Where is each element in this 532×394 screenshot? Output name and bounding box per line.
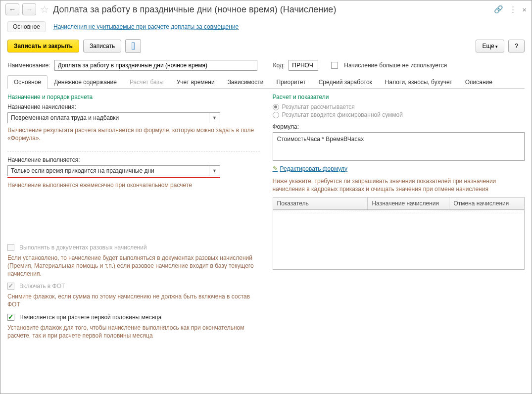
half-row: Начисляется при расчете первой половины … xyxy=(7,314,260,321)
tab-priority[interactable]: Приоритет xyxy=(270,75,312,89)
edit-formula-link[interactable]: ✎ Редактировать формулу xyxy=(273,165,348,172)
left-column: Назначение и порядок расчета Назначение … xyxy=(7,94,260,340)
fot-label: Включать в ФОТ xyxy=(19,283,65,290)
chevron-down-icon[interactable]: ▼ xyxy=(209,166,220,176)
half-help: Установите флажок для того, чтобы начисл… xyxy=(7,324,260,340)
perform-highlight: Только если время приходится на празднич… xyxy=(7,165,220,178)
half-checkbox[interactable] xyxy=(7,314,14,321)
tab-deps[interactable]: Зависимости xyxy=(221,75,270,89)
grid-hint: Ниже укажите, требуется ли запрашивать з… xyxy=(273,177,525,193)
close-icon[interactable]: × xyxy=(522,5,527,14)
radio-calc: Результат рассчитывается xyxy=(273,103,525,110)
not-used-label: Начисление больше не используется xyxy=(344,62,447,69)
code-input[interactable] xyxy=(289,60,318,71)
purpose-help: Вычисление результата расчета выполняетс… xyxy=(7,126,260,142)
forward-button[interactable]: → xyxy=(22,3,36,15)
content: Назначение и порядок расчета Назначение … xyxy=(0,89,532,345)
tab-avg[interactable]: Средний заработок xyxy=(312,75,379,89)
save-button[interactable]: Записать xyxy=(83,40,121,52)
tab-base[interactable]: Расчет базы xyxy=(123,75,170,89)
razov-checkbox xyxy=(7,244,14,251)
formula-box[interactable]: СтоимостьЧаса * ВремяВЧасах xyxy=(273,132,525,161)
topnav-link[interactable]: Начисления не учитываемые при расчете до… xyxy=(53,23,239,30)
edit-formula-label: Редактировать формулу xyxy=(280,165,348,172)
razov-help: Если установлено, то начисление будет вы… xyxy=(7,254,260,278)
razov-label: Выполнять в документах разовых начислени… xyxy=(19,244,147,251)
perform-value: Только если время приходится на празднич… xyxy=(8,166,209,176)
fot-help: Снимите флажок, если сумма по этому начи… xyxy=(7,293,260,308)
chevron-down-icon[interactable]: ▼ xyxy=(209,113,220,123)
kebab-icon[interactable]: ⋮ xyxy=(509,5,516,14)
tab-money[interactable]: Денежное содержание xyxy=(48,75,123,89)
link-icon[interactable]: 🔗 xyxy=(494,5,503,14)
name-label: Наименование: xyxy=(7,62,50,69)
col-purpose[interactable]: Назначение начисления xyxy=(368,197,449,209)
window: ← → ☆ Доплата за работу в праздничные дн… xyxy=(0,0,532,394)
radio-icon xyxy=(273,112,279,118)
tab-tax[interactable]: Налоги, взносы, бухучет xyxy=(379,75,459,89)
divider xyxy=(7,151,260,151)
window-title: Доплата за работу в праздничные дни (ноч… xyxy=(53,4,491,15)
pencil-icon: ✎ xyxy=(273,165,278,172)
topnav-main[interactable]: Основное xyxy=(7,21,46,32)
tab-main[interactable]: Основное xyxy=(7,75,48,89)
save-close-button[interactable]: Записать и закрыть xyxy=(7,40,79,52)
fot-checkbox xyxy=(7,283,14,290)
col-indicator[interactable]: Показатель xyxy=(273,197,368,209)
document-icon xyxy=(132,42,135,50)
perform-select[interactable]: Только если время приходится на празднич… xyxy=(7,165,220,176)
grid-body[interactable] xyxy=(273,210,525,269)
perform-help: Начисление выполняется ежемесячно при ок… xyxy=(7,181,260,189)
code-label: Код: xyxy=(273,62,285,69)
radio-icon xyxy=(273,104,279,110)
radio-fixed: Результат вводится фиксированной суммой xyxy=(273,111,525,118)
grid-header: Показатель Назначение начисления Отмена … xyxy=(273,197,525,210)
name-row: Наименование: Код: Начисление больше не … xyxy=(0,57,532,74)
tab-time[interactable]: Учет времени xyxy=(170,75,221,89)
purpose-value: Повременная оплата труда и надбавки xyxy=(8,113,209,123)
col-cancel[interactable]: Отмена начисления xyxy=(449,197,524,209)
back-button[interactable]: ← xyxy=(5,3,19,15)
help-button[interactable]: ? xyxy=(508,40,525,52)
top-nav: Основное Начисления не учитываемые при р… xyxy=(0,18,532,35)
fot-row: Включать в ФОТ xyxy=(7,283,260,290)
purpose-label: Назначение начисления: xyxy=(7,103,260,110)
formula-label: Формула: xyxy=(273,123,525,130)
purpose-select[interactable]: Повременная оплата труда и надбавки ▼ xyxy=(7,112,220,123)
more-button[interactable]: Еще xyxy=(476,40,504,52)
indicators-grid[interactable]: Показатель Назначение начисления Отмена … xyxy=(273,197,525,270)
razov-row: Выполнять в документах разовых начислени… xyxy=(7,244,260,251)
section-calc: Расчет и показатели xyxy=(273,94,525,100)
toolbar: Записать и закрыть Записать Еще ? xyxy=(0,35,532,57)
half-label: Начисляется при расчете первой половины … xyxy=(19,314,161,321)
document-button[interactable] xyxy=(125,39,141,53)
tab-desc[interactable]: Описание xyxy=(459,75,499,89)
name-input[interactable] xyxy=(54,60,257,71)
radio-fixed-label: Результат вводится фиксированной суммой xyxy=(282,111,403,118)
radio-calc-label: Результат рассчитывается xyxy=(282,103,355,110)
not-used-checkbox[interactable] xyxy=(331,62,338,69)
right-column: Расчет и показатели Результат рассчитыва… xyxy=(273,94,525,340)
titlebar: ← → ☆ Доплата за работу в праздничные дн… xyxy=(0,0,532,18)
tabs: Основное Денежное содержание Расчет базы… xyxy=(7,75,525,89)
favorite-icon[interactable]: ☆ xyxy=(40,3,49,15)
perform-label: Начисление выполняется: xyxy=(7,156,260,163)
section-purpose: Назначение и порядок расчета xyxy=(7,94,260,100)
